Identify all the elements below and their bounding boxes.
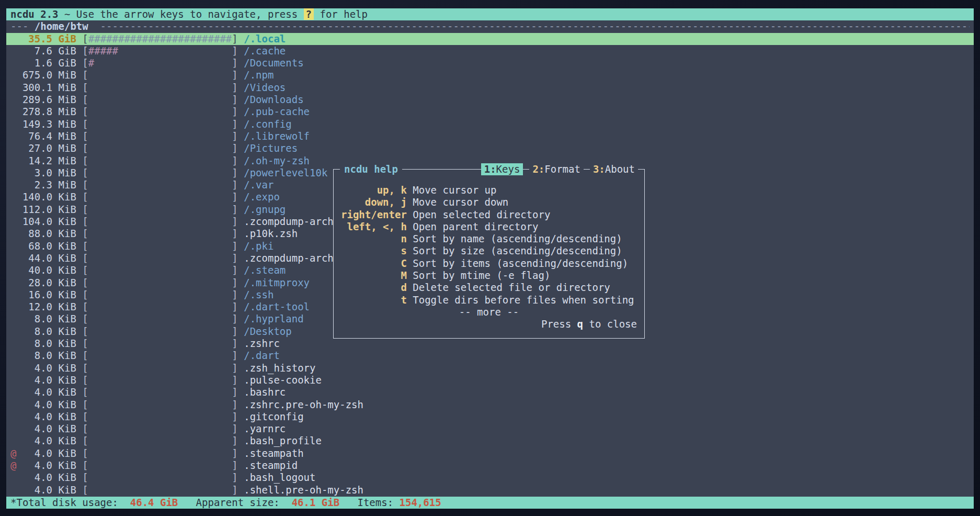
- bar-open-bracket: [: [82, 94, 88, 105]
- bar-close-bracket: ]: [232, 362, 237, 374]
- file-size-unit: KiB: [59, 484, 76, 496]
- file-row[interactable]: 4.0 KiB [] .bash_profile: [6, 435, 974, 447]
- file-row[interactable]: 76.4 MiB [] /.librewolf: [6, 130, 974, 142]
- file-row[interactable]: 149.3 MiB [] /.config: [6, 118, 974, 130]
- file-row[interactable]: 1.6 GiB [#] /Documents: [6, 57, 974, 69]
- close-key[interactable]: q: [577, 318, 583, 330]
- help-entry-description: Sort by items (ascending/descending): [413, 257, 628, 269]
- apparent-size-value: 46.1 GiB: [292, 497, 340, 508]
- bar-close-bracket: ]: [232, 350, 237, 361]
- file-size-unit: KiB: [59, 423, 76, 434]
- bar-close-bracket: ]: [232, 399, 237, 410]
- file-row[interactable]: 4.0 KiB [] .pulse-cookie: [6, 374, 974, 386]
- help-dialog: ncdu help 1:Keys2:Format3:About up, k Mo…: [333, 169, 645, 339]
- close-hint-after: to close: [583, 318, 637, 330]
- file-row[interactable]: 4.0 KiB [] .bashrc: [6, 386, 974, 398]
- file-name: /.var: [244, 179, 274, 190]
- help-entry-description: Move cursor up: [413, 184, 496, 196]
- tab-key: 2:: [532, 163, 544, 175]
- file-size: 4.0: [22, 472, 52, 484]
- file-row[interactable]: 4.0 KiB [] .zshrc.pre-oh-my-zsh: [6, 399, 974, 411]
- file-name: /Downloads: [244, 94, 303, 105]
- bar-open-bracket: [: [82, 289, 88, 300]
- file-size-unit: KiB: [59, 447, 76, 459]
- file-name: /.pki: [244, 240, 274, 252]
- help-dialog-title: ncdu help: [340, 163, 402, 175]
- bar-close-bracket: ]: [232, 228, 237, 239]
- file-size-unit: KiB: [59, 399, 76, 410]
- file-row[interactable]: 8.0 KiB [] /.dart: [6, 350, 974, 362]
- items-label: Items:: [357, 497, 393, 508]
- file-name: /.dart: [244, 350, 280, 361]
- file-row[interactable]: 7.6 GiB [#####] /.cache: [6, 45, 974, 57]
- tab-label: Keys: [496, 163, 520, 175]
- help-entry: down, j Move cursor down: [334, 196, 644, 208]
- bar-open-bracket: [: [82, 399, 88, 410]
- file-size-unit: KiB: [59, 204, 76, 215]
- file-size: 300.1: [22, 82, 52, 94]
- file-size-unit: KiB: [59, 277, 76, 288]
- file-row[interactable]: 4.0 KiB [] .yarnrc: [6, 423, 974, 435]
- help-entry: n Sort by name (ascending/descending): [334, 233, 644, 245]
- bar-close-bracket: ]: [232, 277, 237, 288]
- file-row[interactable]: 4.0 KiB [] .bash_logout: [6, 472, 974, 484]
- help-entry-keys: n: [341, 233, 407, 245]
- file-row[interactable]: @4.0 KiB [] .steampath: [6, 447, 974, 459]
- help-entry-description: Sort by size (ascending/descending): [413, 245, 622, 256]
- file-name: .bash_profile: [244, 435, 322, 446]
- help-key-badge[interactable]: ?: [304, 8, 314, 20]
- help-entry-description: Sort by mtime (-e flag): [413, 270, 550, 281]
- file-size: 8.0: [22, 326, 52, 338]
- help-entry-keys: right/enter: [341, 209, 407, 221]
- file-size-unit: KiB: [59, 228, 76, 239]
- file-size: 4.0: [22, 362, 52, 374]
- bar-open-bracket: [: [82, 82, 88, 93]
- tab-label: Format: [544, 163, 580, 175]
- file-row[interactable]: 4.0 KiB [] .gitconfig: [6, 411, 974, 423]
- bar-open-bracket: [: [82, 447, 88, 459]
- file-row[interactable]: 4.0 KiB [] .zsh_history: [6, 362, 974, 374]
- file-row[interactable]: @4.0 KiB [] .steampid: [6, 459, 974, 472]
- file-size: 3.0: [22, 167, 52, 179]
- file-name: .yarnrc: [244, 423, 286, 434]
- bar-open-bracket: [: [82, 411, 88, 422]
- file-size-unit: KiB: [59, 386, 76, 398]
- bar-close-bracket: ]: [232, 313, 237, 324]
- file-row[interactable]: 35.5 GiB [########################] /.lo…: [6, 33, 974, 45]
- bar-open-bracket: [: [82, 326, 88, 337]
- bar-open-bracket: [: [82, 191, 88, 203]
- help-entry: up, k Move cursor up: [334, 184, 644, 196]
- file-row[interactable]: 289.6 MiB [] /Downloads: [6, 94, 974, 106]
- file-row[interactable]: 27.0 MiB [] /Pictures: [6, 142, 974, 154]
- help-entry-keys: down, j: [341, 196, 407, 208]
- file-size: 40.0: [22, 264, 52, 276]
- file-size-unit: MiB: [59, 155, 76, 166]
- file-name: /Desktop: [244, 326, 292, 337]
- file-size: 4.0: [22, 374, 52, 386]
- header-bar: ncdu 2.3 ~ Use the arrow keys to navigat…: [6, 8, 974, 20]
- file-row[interactable]: 675.0 MiB [] /.npm: [6, 69, 974, 81]
- file-size: 2.3: [22, 179, 52, 191]
- bar-open-bracket: [: [82, 142, 88, 154]
- bar-open-bracket: [: [82, 167, 88, 178]
- file-row[interactable]: 4.0 KiB [] .shell.pre-oh-my-zsh: [6, 484, 974, 496]
- file-size: 4.0: [22, 484, 52, 496]
- file-row[interactable]: 278.8 MiB [] /.pub-cache: [6, 106, 974, 118]
- header-message: ~ Use the arrow keys to navigate, press: [64, 8, 298, 20]
- bar-close-bracket: ]: [232, 142, 237, 154]
- bar-close-bracket: ]: [232, 216, 237, 227]
- help-entry: C Sort by items (ascending/descending): [334, 257, 644, 270]
- file-size: 112.0: [22, 204, 52, 216]
- file-size-unit: KiB: [59, 301, 76, 312]
- help-dialog-tab[interactable]: 3:About: [590, 163, 638, 175]
- help-dialog-tab[interactable]: 2:Format: [529, 163, 584, 175]
- help-dialog-tab[interactable]: 1:Keys: [481, 163, 523, 175]
- file-size: 289.6: [22, 94, 52, 106]
- file-size: 4.0: [22, 411, 52, 423]
- file-row[interactable]: 8.0 KiB [] .zshrc: [6, 338, 974, 350]
- file-row[interactable]: 300.1 MiB [] /Videos: [6, 82, 974, 94]
- bar-close-bracket: ]: [232, 69, 237, 81]
- file-name: .zshrc: [244, 338, 280, 349]
- bar-open-bracket: [: [82, 386, 88, 398]
- file-name: /.mitmproxy: [244, 277, 310, 288]
